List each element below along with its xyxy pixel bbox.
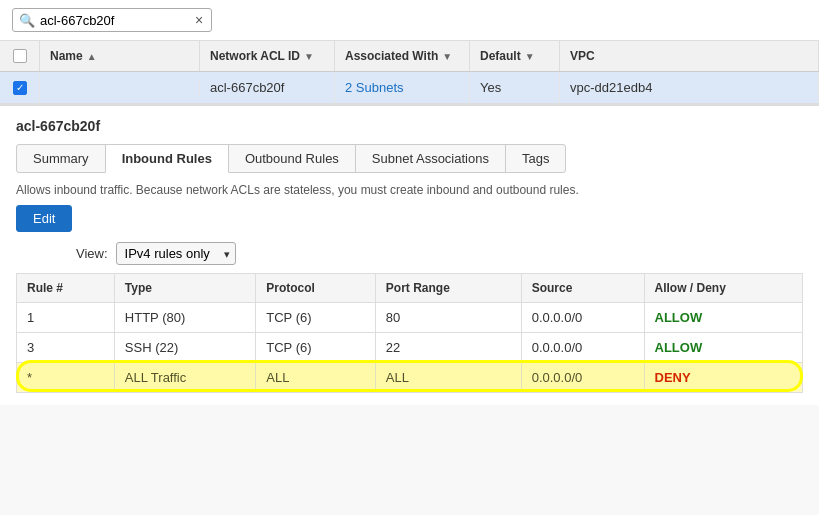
cell-source: 0.0.0.0/0	[521, 303, 644, 333]
search-icon: 🔍	[19, 13, 35, 28]
tab-summary[interactable]: Summary	[16, 144, 106, 173]
sort-icon: ▲	[87, 51, 97, 62]
cell-allow-deny: ALLOW	[644, 303, 802, 333]
cell-source: 0.0.0.0/0	[521, 363, 644, 393]
view-row: View: IPv4 rules only	[76, 242, 803, 265]
tab-outbound-rules[interactable]: Outbound Rules	[228, 144, 356, 173]
view-select[interactable]: IPv4 rules only	[116, 242, 236, 265]
rules-table-wrapper: Rule # Type Protocol Port Range Source A…	[16, 273, 803, 393]
search-input[interactable]	[40, 13, 195, 28]
cell-port-range: 80	[375, 303, 521, 333]
select-all-checkbox[interactable]	[13, 49, 27, 63]
col-port-range: Port Range	[375, 274, 521, 303]
assoc-link[interactable]: 2 Subnets	[345, 80, 404, 95]
detail-title: acl-667cb20f	[16, 118, 803, 134]
col-allow-deny: Allow / Deny	[644, 274, 802, 303]
cell-protocol: ALL	[256, 363, 376, 393]
row-vpc: vpc-dd21edb4	[560, 72, 819, 103]
rules-table-row: *ALL TrafficALLALL0.0.0.0/0DENY	[17, 363, 803, 393]
cell-allow-deny: DENY	[644, 363, 802, 393]
header-associated-with[interactable]: Associated With ▼	[335, 41, 470, 71]
sort-icon: ▼	[304, 51, 314, 62]
search-wrapper: 🔍 ×	[12, 8, 212, 32]
view-label: View:	[76, 246, 108, 261]
table-row[interactable]: acl-667cb20f 2 Subnets Yes vpc-dd21edb4	[0, 72, 819, 104]
rules-table-row: 1HTTP (80)TCP (6)800.0.0.0/0ALLOW	[17, 303, 803, 333]
selected-checkbox[interactable]	[13, 81, 27, 95]
tab-inbound-rules[interactable]: Inbound Rules	[105, 144, 229, 173]
info-text: Allows inbound traffic. Because network …	[16, 183, 803, 197]
edit-button[interactable]: Edit	[16, 205, 72, 232]
rules-table-row: 3SSH (22)TCP (6)220.0.0.0/0ALLOW	[17, 333, 803, 363]
view-select-wrapper: IPv4 rules only	[116, 242, 236, 265]
sort-icon: ▼	[525, 51, 535, 62]
row-acl-id: acl-667cb20f	[200, 72, 335, 103]
col-source: Source	[521, 274, 644, 303]
cell-rule-num: 3	[17, 333, 115, 363]
cell-source: 0.0.0.0/0	[521, 333, 644, 363]
header-vpc: VPC	[560, 41, 819, 71]
cell-allow-deny: ALLOW	[644, 333, 802, 363]
row-default: Yes	[470, 72, 560, 103]
cell-protocol: TCP (6)	[256, 303, 376, 333]
row-name	[40, 80, 200, 96]
detail-panel: acl-667cb20f Summary Inbound Rules Outbo…	[0, 104, 819, 405]
tab-subnet-associations[interactable]: Subnet Associations	[355, 144, 506, 173]
cell-rule-num: *	[17, 363, 115, 393]
search-bar: 🔍 ×	[0, 0, 819, 41]
cell-rule-num: 1	[17, 303, 115, 333]
row-checkbox[interactable]	[0, 73, 40, 103]
cell-type: ALL Traffic	[114, 363, 255, 393]
header-acl-id[interactable]: Network ACL ID ▼	[200, 41, 335, 71]
header-name[interactable]: Name ▲	[40, 41, 200, 71]
rules-header-row: Rule # Type Protocol Port Range Source A…	[17, 274, 803, 303]
clear-icon[interactable]: ×	[195, 12, 203, 28]
cell-protocol: TCP (6)	[256, 333, 376, 363]
tabs-container: Summary Inbound Rules Outbound Rules Sub…	[16, 144, 803, 173]
cell-type: HTTP (80)	[114, 303, 255, 333]
table-header: Name ▲ Network ACL ID ▼ Associated With …	[0, 41, 819, 72]
col-rule-num: Rule #	[17, 274, 115, 303]
cell-port-range: 22	[375, 333, 521, 363]
row-associated-with: 2 Subnets	[335, 72, 470, 103]
rules-table: Rule # Type Protocol Port Range Source A…	[16, 273, 803, 393]
col-type: Type	[114, 274, 255, 303]
header-default[interactable]: Default ▼	[470, 41, 560, 71]
col-protocol: Protocol	[256, 274, 376, 303]
cell-port-range: ALL	[375, 363, 521, 393]
tab-tags[interactable]: Tags	[505, 144, 566, 173]
header-check	[0, 41, 40, 71]
sort-icon: ▼	[442, 51, 452, 62]
cell-type: SSH (22)	[114, 333, 255, 363]
